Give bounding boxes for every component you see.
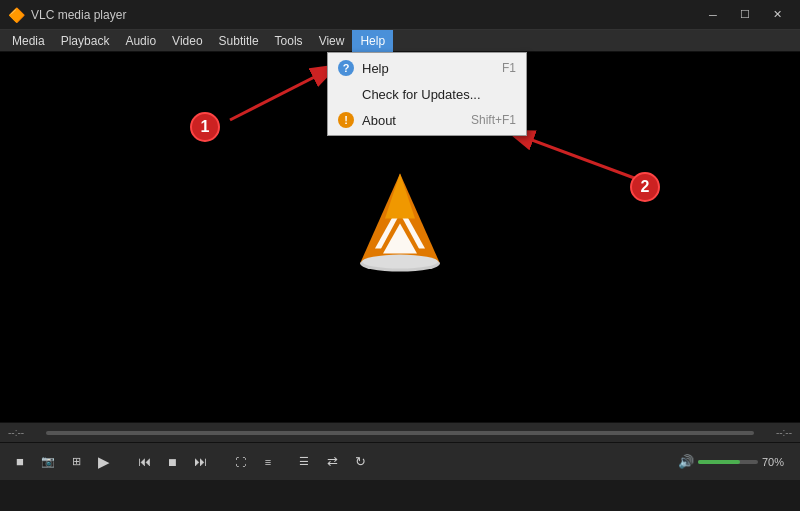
next-button[interactable]: ⏭	[188, 450, 212, 474]
loop-button[interactable]: ↻	[348, 450, 372, 474]
annotation-circle-1: 1	[190, 112, 220, 142]
svg-line-10	[505, 130, 645, 182]
timeline-bar: --:-- --:--	[0, 422, 800, 442]
menu-help[interactable]: Help	[352, 30, 393, 52]
annotation-circle-2: 2	[630, 172, 660, 202]
volume-percentage: 70%	[762, 456, 792, 468]
check-updates-left: Check for Updates...	[338, 86, 481, 102]
maximize-button[interactable]: ☐	[730, 5, 760, 25]
volume-bar[interactable]	[698, 460, 758, 464]
time-elapsed: --:--	[8, 427, 38, 438]
aspect-button[interactable]: ⊞	[64, 450, 88, 474]
menu-media[interactable]: Media	[4, 30, 53, 52]
fullscreen-button[interactable]: ⛶	[228, 450, 252, 474]
check-updates-label: Check for Updates...	[362, 87, 481, 102]
menu-video[interactable]: Video	[164, 30, 210, 52]
about-shortcut: Shift+F1	[471, 113, 516, 127]
stop-btn2[interactable]: ⏹	[160, 450, 184, 474]
close-button[interactable]: ✕	[762, 5, 792, 25]
prev-button[interactable]: ⏮	[132, 450, 156, 474]
check-updates-icon	[338, 86, 354, 102]
stop-button[interactable]: ■	[8, 450, 32, 474]
svg-point-6	[362, 255, 438, 269]
extended-button[interactable]: ≡	[256, 450, 280, 474]
volume-fill	[698, 460, 740, 464]
playlist-button[interactable]: ☰	[292, 450, 316, 474]
help-item-left: ? Help	[338, 60, 389, 76]
timeline-track[interactable]	[46, 431, 754, 435]
title-bar: 🔶 VLC media player ─ ☐ ✕	[0, 0, 800, 30]
time-remaining: --:--	[762, 427, 792, 438]
about-item[interactable]: ! About Shift+F1	[328, 107, 526, 133]
menu-subtitle[interactable]: Subtitle	[211, 30, 267, 52]
check-updates-item[interactable]: Check for Updates...	[328, 81, 526, 107]
random-button[interactable]: ⇄	[320, 450, 344, 474]
menu-playback[interactable]: Playback	[53, 30, 118, 52]
svg-line-9	[230, 64, 340, 120]
menu-tools[interactable]: Tools	[267, 30, 311, 52]
about-item-left: ! About	[338, 112, 396, 128]
volume-icon: 🔊	[678, 454, 694, 469]
title-bar-controls: ─ ☐ ✕	[698, 5, 792, 25]
snapshot-button[interactable]: 📷	[36, 450, 60, 474]
controls-bar: ■ 📷 ⊞ ▶ ⏮ ⏹ ⏭ ⛶ ≡ ☰ ⇄ ↻ 🔊 70%	[0, 442, 800, 480]
title-bar-left: 🔶 VLC media player	[8, 7, 126, 23]
about-label: About	[362, 113, 396, 128]
menu-bar: Media Playback Audio Video Subtitle Tool…	[0, 30, 800, 52]
help-question-icon: ?	[338, 60, 354, 76]
help-item[interactable]: ? Help F1	[328, 55, 526, 81]
minimize-button[interactable]: ─	[698, 5, 728, 25]
help-dropdown: ? Help F1 Check for Updates... ! About S…	[327, 52, 527, 136]
about-icon: !	[338, 112, 354, 128]
help-shortcut: F1	[502, 61, 516, 75]
svg-marker-4	[385, 174, 415, 219]
app-title: VLC media player	[31, 8, 126, 22]
help-label: Help	[362, 61, 389, 76]
vlc-cone	[355, 169, 445, 283]
menu-view[interactable]: View	[311, 30, 353, 52]
menu-audio[interactable]: Audio	[117, 30, 164, 52]
app-icon: 🔶	[8, 7, 25, 23]
volume-area: 🔊 70%	[678, 454, 792, 469]
play-button[interactable]: ▶	[92, 450, 116, 474]
